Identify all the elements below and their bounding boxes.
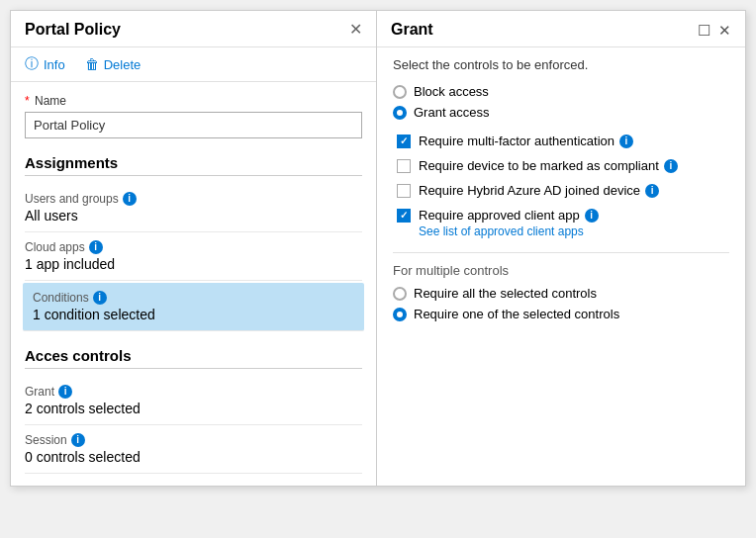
session-info-icon[interactable]: i	[71, 433, 85, 447]
info-toolbar-item[interactable]: ⓘ Info	[25, 55, 65, 73]
require-all-radio[interactable]: Require all the selected controls	[393, 286, 729, 301]
multiple-controls-title: For multiple controls	[393, 263, 729, 278]
assignment-cloud-apps[interactable]: Cloud apps i 1 app included	[25, 232, 362, 281]
assignment-users-groups-title: Users and groups i	[25, 192, 362, 206]
checkbox-compliant-text-block: Require device to be marked as compliant…	[419, 158, 678, 173]
multiple-controls-section: For multiple controls Require all the se…	[393, 252, 729, 321]
checkbox-mfa-text-block: Require multi-factor authentication i	[419, 134, 633, 148]
left-panel: Portal Policy ✕ ⓘ Info 🗑 Delete * Name A…	[11, 11, 377, 486]
checkbox-approved-app-text-block: Require approved client app i See list o…	[419, 208, 599, 238]
checkbox-approved-app[interactable]: ✓ Require approved client app i See list…	[397, 208, 729, 238]
right-panel-title: Grant	[391, 21, 433, 39]
require-all-radio-circle	[393, 287, 407, 301]
left-panel-close-button[interactable]: ✕	[349, 22, 362, 38]
grant-checkboxes: ✓ Require multi-factor authentication i …	[393, 134, 729, 238]
access-controls-session[interactable]: Session i 0 controls selected	[25, 425, 362, 474]
access-controls-session-title: Session i	[25, 433, 362, 447]
left-panel-toolbar: ⓘ Info 🗑 Delete	[11, 47, 376, 82]
access-controls-grant[interactable]: Grant i 2 controls selected	[25, 377, 362, 425]
assignment-conditions-title: Conditions i	[33, 291, 354, 305]
access-controls-grant-title: Grant i	[25, 385, 362, 399]
left-panel-title: Portal Policy	[25, 21, 121, 39]
mfa-info-icon[interactable]: i	[619, 134, 633, 148]
assignment-users-groups-value: All users	[25, 208, 362, 224]
grant-access-label: Grant access	[414, 105, 490, 120]
delete-label: Delete	[104, 57, 142, 72]
checkbox-hybrid-ad-box	[397, 184, 411, 198]
block-access-label: Block access	[414, 84, 489, 99]
right-panel: Grant ☐ ✕ Select the controls to be enfo…	[377, 11, 745, 486]
left-panel-body: * Name Assignments Users and groups i Al…	[11, 82, 376, 486]
users-groups-info-icon[interactable]: i	[123, 192, 137, 206]
checkbox-compliant-box	[397, 159, 411, 173]
info-icon: ⓘ	[25, 55, 39, 73]
block-access-radio-circle	[393, 85, 407, 99]
assignment-cloud-apps-title: Cloud apps i	[25, 240, 362, 254]
grant-access-radio-circle	[393, 106, 407, 120]
checkbox-approved-app-label: Require approved client app i	[419, 208, 599, 223]
assignment-conditions[interactable]: Conditions i 1 condition selected	[23, 283, 364, 331]
required-star: *	[25, 94, 30, 108]
access-controls-section-title: Acces controls	[25, 347, 362, 369]
info-label: Info	[44, 57, 65, 72]
right-header-controls: ☐ ✕	[698, 23, 731, 38]
checkbox-hybrid-ad-label: Require Hybrid Azure AD joined device i	[419, 183, 659, 198]
delete-toolbar-item[interactable]: 🗑 Delete	[85, 55, 142, 73]
name-field-label: * Name	[25, 94, 362, 108]
checkbox-hybrid-ad[interactable]: Require Hybrid Azure AD joined device i	[397, 183, 729, 198]
checkbox-approved-app-box: ✓	[397, 209, 411, 223]
checkbox-approved-app-check: ✓	[400, 211, 408, 221]
delete-icon: 🗑	[85, 56, 99, 72]
right-panel-header: Grant ☐ ✕	[377, 11, 745, 47]
checkbox-compliant-label: Require device to be marked as compliant…	[419, 158, 678, 173]
access-controls-session-value: 0 controls selected	[25, 449, 362, 465]
right-panel-body: Select the controls to be enforced. Bloc…	[377, 47, 745, 345]
compliant-info-icon[interactable]: i	[664, 159, 678, 173]
approved-apps-link[interactable]: See list of approved client apps	[419, 224, 599, 238]
checkbox-mfa-label: Require multi-factor authentication i	[419, 134, 633, 148]
checkbox-hybrid-ad-text-block: Require Hybrid Azure AD joined device i	[419, 183, 659, 198]
grant-access-radio[interactable]: Grant access	[393, 105, 729, 120]
assignment-cloud-apps-value: 1 app included	[25, 256, 362, 272]
right-panel-subtitle: Select the controls to be enforced.	[393, 57, 729, 72]
approved-app-info-icon[interactable]: i	[585, 209, 599, 223]
cloud-apps-info-icon[interactable]: i	[89, 240, 103, 254]
assignments-section-title: Assignments	[25, 154, 362, 176]
checkbox-mfa[interactable]: ✓ Require multi-factor authentication i	[397, 134, 729, 148]
require-all-label: Require all the selected controls	[414, 286, 597, 301]
assignment-users-groups[interactable]: Users and groups i All users	[25, 184, 362, 232]
require-one-radio[interactable]: Require one of the selected controls	[393, 307, 729, 321]
grant-info-icon[interactable]: i	[58, 385, 72, 399]
access-controls-grant-value: 2 controls selected	[25, 401, 362, 416]
checkbox-compliant[interactable]: Require device to be marked as compliant…	[397, 158, 729, 173]
checkbox-mfa-box: ✓	[397, 134, 411, 148]
name-input[interactable]	[25, 112, 362, 138]
multiple-controls-radio-group: Require all the selected controls Requir…	[393, 286, 729, 321]
require-one-label: Require one of the selected controls	[414, 307, 619, 321]
assignment-conditions-value: 1 condition selected	[33, 307, 354, 322]
hybrid-ad-info-icon[interactable]: i	[645, 184, 659, 198]
maximize-button[interactable]: ☐	[698, 23, 710, 38]
conditions-info-icon[interactable]: i	[93, 291, 107, 305]
block-access-radio[interactable]: Block access	[393, 84, 729, 99]
require-one-radio-circle	[393, 308, 407, 321]
access-radio-group: Block access Grant access	[393, 84, 729, 120]
left-panel-header: Portal Policy ✕	[11, 11, 376, 47]
checkbox-mfa-check: ✓	[400, 136, 408, 146]
right-panel-close-button[interactable]: ✕	[718, 23, 731, 38]
